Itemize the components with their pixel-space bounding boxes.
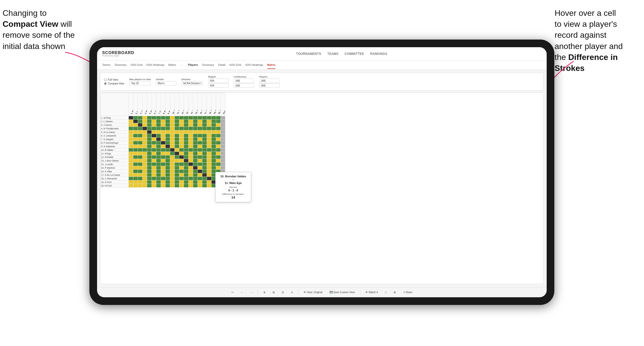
cell-2-10[interactable] (175, 123, 179, 127)
cell-1-0[interactable] (129, 120, 133, 123)
cell-11-1[interactable] (133, 155, 138, 159)
cell-19-6[interactable] (156, 184, 161, 188)
cell-3-18[interactable] (212, 127, 216, 130)
cell-7-10[interactable] (175, 141, 179, 145)
full-view-radio[interactable] (104, 79, 107, 81)
cell-8-9[interactable] (170, 145, 175, 148)
cell-18-6[interactable] (156, 180, 161, 184)
cell-0-7[interactable] (161, 116, 166, 120)
cell-18-8[interactable] (166, 180, 170, 184)
cell-4-4[interactable] (147, 130, 152, 134)
cell-17-13[interactable] (189, 177, 193, 180)
cell-19-11[interactable] (179, 184, 184, 188)
cell-19-13[interactable] (189, 184, 193, 188)
cell-18-0[interactable] (129, 180, 133, 184)
cell-13-16[interactable] (202, 163, 207, 166)
cell-16-4[interactable] (147, 173, 152, 177)
cell-1-2[interactable] (138, 120, 143, 123)
cell-1-19[interactable] (216, 120, 221, 123)
cell-17-8[interactable] (166, 177, 170, 180)
cell-7-3[interactable] (143, 141, 147, 145)
cell-19-12[interactable] (184, 184, 189, 188)
cell-5-20[interactable] (221, 134, 225, 138)
cell-11-3[interactable] (143, 155, 147, 159)
cell-1-17[interactable] (207, 120, 212, 123)
cell-19-9[interactable] (170, 184, 175, 188)
cell-11-8[interactable] (166, 155, 170, 159)
cell-5-14[interactable] (193, 134, 198, 138)
cell-18-5[interactable] (152, 180, 156, 184)
cell-13-5[interactable] (152, 163, 156, 166)
tab-h2h-heatmap2[interactable]: H2H Heatmap (245, 61, 263, 69)
cell-1-14[interactable] (193, 120, 198, 123)
cell-9-17[interactable] (207, 148, 212, 152)
toolbar-back[interactable]: ← (239, 290, 245, 295)
cell-7-17[interactable] (207, 141, 212, 145)
cell-11-18[interactable] (212, 155, 216, 159)
cell-3-14[interactable] (193, 127, 198, 130)
region-value1[interactable]: N/A (208, 79, 229, 83)
cell-13-7[interactable] (161, 163, 166, 166)
toolbar-target[interactable]: ⊙ (289, 290, 295, 295)
cell-2-3[interactable] (143, 123, 147, 127)
cell-0-0[interactable] (129, 116, 133, 120)
cell-4-16[interactable] (202, 130, 207, 134)
cell-17-1[interactable] (133, 177, 138, 180)
cell-13-13[interactable] (189, 163, 193, 166)
tab-summary1[interactable]: Summary (114, 61, 126, 69)
cell-2-18[interactable] (212, 123, 216, 127)
cell-13-2[interactable] (138, 163, 143, 166)
cell-5-17[interactable] (207, 134, 212, 138)
cell-5-9[interactable] (170, 134, 175, 138)
cell-19-5[interactable] (152, 184, 156, 188)
cell-2-15[interactable] (198, 123, 202, 127)
cell-1-13[interactable] (189, 120, 193, 123)
cell-18-7[interactable] (161, 180, 166, 184)
cell-9-4[interactable] (147, 148, 152, 152)
cell-0-3[interactable] (143, 116, 147, 120)
cell-16-13[interactable] (189, 173, 193, 177)
cell-6-9[interactable] (170, 138, 175, 141)
cell-11-12[interactable] (184, 155, 189, 159)
cell-10-15[interactable] (198, 152, 202, 155)
cell-11-17[interactable] (207, 155, 212, 159)
cell-18-2[interactable] (138, 180, 143, 184)
cell-9-16[interactable] (202, 148, 207, 152)
cell-14-6[interactable] (156, 166, 161, 170)
nav-teams[interactable]: TEAMS (327, 51, 338, 57)
cell-13-8[interactable] (166, 163, 170, 166)
cell-2-11[interactable] (179, 123, 184, 127)
cell-5-4[interactable] (147, 134, 152, 138)
cell-14-10[interactable] (175, 166, 179, 170)
cell-15-13[interactable] (189, 170, 193, 173)
cell-5-10[interactable] (175, 134, 179, 138)
cell-9-12[interactable] (184, 148, 189, 152)
cell-1-18[interactable] (212, 120, 216, 123)
cell-12-4[interactable] (147, 159, 152, 163)
cell-16-6[interactable] (156, 173, 161, 177)
cell-15-4[interactable] (147, 170, 152, 173)
cell-7-18[interactable] (212, 141, 216, 145)
cell-0-9[interactable] (170, 116, 175, 120)
cell-13-12[interactable] (184, 163, 189, 166)
cell-0-14[interactable] (193, 116, 198, 120)
cell-14-20[interactable] (221, 166, 225, 170)
cell-3-5[interactable] (152, 127, 156, 130)
cell-5-0[interactable] (129, 134, 133, 138)
cell-7-4[interactable] (147, 141, 152, 145)
cell-8-5[interactable] (152, 145, 156, 148)
cell-1-6[interactable] (156, 120, 161, 123)
cell-1-20[interactable] (221, 120, 225, 123)
cell-7-13[interactable] (189, 141, 193, 145)
cell-10-10[interactable] (175, 152, 179, 155)
cell-13-1[interactable] (133, 163, 138, 166)
cell-4-20[interactable] (221, 130, 225, 134)
cell-18-11[interactable] (179, 180, 184, 184)
matrix-container[interactable]: 1. W Ding2. L Clanton3. J Koivun4. M Tho… (100, 93, 544, 284)
cell-10-8[interactable] (166, 152, 170, 155)
cell-6-19[interactable] (216, 138, 221, 141)
cell-8-13[interactable] (189, 145, 193, 148)
toolbar-grid[interactable]: ⊞ (271, 290, 277, 295)
cell-0-11[interactable] (179, 116, 184, 120)
cell-9-19[interactable] (216, 148, 221, 152)
